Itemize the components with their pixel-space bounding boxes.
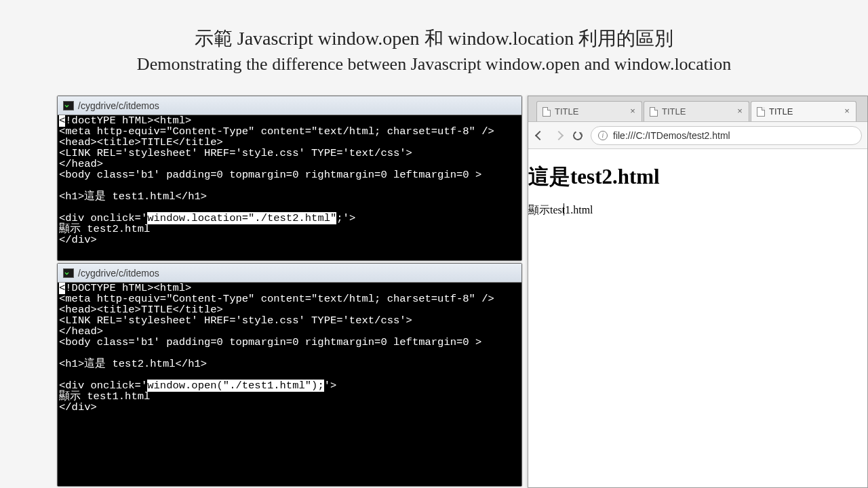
text-caret bbox=[564, 203, 564, 216]
document-icon bbox=[757, 107, 765, 117]
back-button[interactable] bbox=[534, 129, 546, 142]
terminal-test1: /cygdrive/c/itdemos <!doctYPE hTML><html… bbox=[57, 96, 522, 261]
browser-window: TITLE × TITLE × TITLE × i file:///C:/ITD… bbox=[528, 96, 868, 488]
browser-toolbar: i file:///C:/ITDemos/test2.html bbox=[528, 122, 867, 149]
highlight-location: window.location="./test2.html" bbox=[147, 212, 336, 224]
terminal-titlebar[interactable]: /cygdrive/c/itdemos bbox=[58, 96, 521, 115]
arrow-right-icon bbox=[554, 130, 564, 140]
tab-1[interactable]: TITLE × bbox=[644, 101, 749, 121]
reload-button[interactable] bbox=[572, 129, 584, 142]
heading-en: Demonstrating the difference between Jav… bbox=[0, 54, 868, 75]
terminal-icon bbox=[63, 268, 74, 278]
url-text: file:///C:/ITDemos/test2.html bbox=[613, 130, 730, 141]
page-h1: 這是test2.html bbox=[528, 163, 867, 191]
tab-label: TITLE bbox=[555, 106, 624, 117]
terminal-test2: /cygdrive/c/itdemos <!DOCTYPE hTML><html… bbox=[57, 263, 522, 487]
arrow-left-icon bbox=[535, 130, 545, 140]
document-icon bbox=[542, 107, 551, 117]
page-viewport: 這是test2.html 顯示test1.html bbox=[528, 149, 867, 487]
address-bar[interactable]: i file:///C:/ITDemos/test2.html bbox=[591, 126, 862, 145]
terminal-body[interactable]: <!DOCTYPE hTML><html> <meta http-equiv="… bbox=[58, 283, 521, 486]
terminal-path: /cygdrive/c/itdemos bbox=[78, 268, 159, 279]
reload-icon bbox=[572, 129, 584, 142]
tab-label: TITLE bbox=[662, 106, 731, 117]
document-icon bbox=[650, 107, 658, 117]
page-link-text[interactable]: 顯示test1.html bbox=[528, 203, 867, 218]
tab-label: TITLE bbox=[769, 106, 838, 117]
highlight-windowopen: window.open("./test1.html"); bbox=[147, 380, 323, 392]
terminal-path: /cygdrive/c/itdemos bbox=[78, 100, 159, 111]
heading-zh: 示範 Javascript window.open 和 window.locat… bbox=[0, 26, 868, 52]
terminal-body[interactable]: <!doctYPE hTML><html> <meta http-equiv="… bbox=[58, 115, 521, 260]
tab-2[interactable]: TITLE × bbox=[751, 101, 856, 121]
info-icon[interactable]: i bbox=[598, 131, 608, 140]
close-icon[interactable]: × bbox=[735, 107, 745, 117]
close-icon[interactable]: × bbox=[842, 107, 852, 117]
tab-0[interactable]: TITLE × bbox=[536, 101, 642, 121]
page-heading: 示範 Javascript window.open 和 window.locat… bbox=[0, 0, 868, 75]
close-icon[interactable]: × bbox=[628, 107, 637, 117]
terminal-titlebar[interactable]: /cygdrive/c/itdemos bbox=[58, 264, 521, 283]
terminal-icon bbox=[63, 101, 74, 110]
forward-button[interactable] bbox=[553, 129, 565, 142]
tab-bar: TITLE × TITLE × TITLE × bbox=[528, 96, 867, 122]
